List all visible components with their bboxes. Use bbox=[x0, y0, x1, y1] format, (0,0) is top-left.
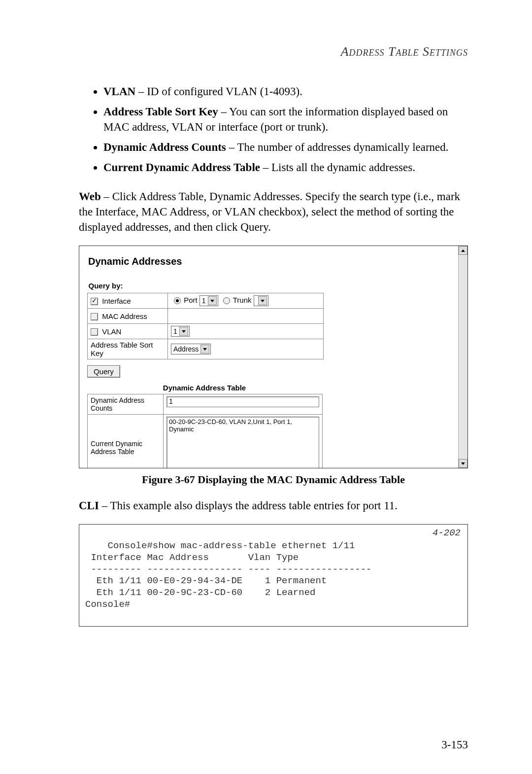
bullet-term: Current Dynamic Address Table bbox=[103, 161, 260, 174]
bullet-desc: – ID of configured VLAN (1-4093). bbox=[135, 85, 302, 98]
sortkey-select[interactable]: Address bbox=[171, 344, 211, 354]
vlan-value-cell: 1 bbox=[168, 324, 324, 339]
cli-text: Console#show mac-address-table ethernet … bbox=[85, 540, 372, 610]
scroll-up-icon[interactable] bbox=[459, 246, 467, 255]
mac-label: MAC Address bbox=[102, 312, 147, 320]
cli-rest: – This example also displays the address… bbox=[99, 499, 398, 512]
sortkey-value-cell: Address bbox=[168, 339, 324, 359]
figure-caption: Figure 3-67 Displaying the MAC Dynamic A… bbox=[79, 473, 468, 486]
port-radio[interactable] bbox=[174, 297, 181, 304]
current-label: Current Dynamic Address Table bbox=[88, 415, 164, 469]
sortkey-value: Address bbox=[173, 345, 199, 353]
bullet-desc: – Lists all the dynamic addresses. bbox=[260, 161, 415, 174]
query-by-label: Query by: bbox=[88, 278, 324, 293]
trunk-select[interactable] bbox=[254, 295, 268, 306]
chevron-down-icon bbox=[258, 296, 267, 305]
interface-options: Port 1 Trunk bbox=[168, 293, 324, 309]
vlan-select[interactable]: 1 bbox=[171, 326, 190, 337]
vlan-checkbox[interactable] bbox=[91, 328, 98, 336]
bullet-term: VLAN bbox=[103, 85, 135, 98]
query-form: Query by: Interface Port 1 Trunk bbox=[87, 278, 324, 359]
web-rest: – Click Address Table, Dynamic Addresses… bbox=[79, 190, 460, 233]
bullet-item: Dynamic Address Counts – The number of a… bbox=[103, 140, 468, 155]
cli-lead: CLI bbox=[79, 499, 99, 512]
mac-input-cell bbox=[168, 309, 324, 324]
bullet-list: VLAN – ID of configured VLAN (1-4093). A… bbox=[79, 84, 468, 175]
dynamic-table-title: Dynamic Address Table bbox=[86, 384, 323, 392]
bullet-term: Dynamic Address Counts bbox=[103, 141, 226, 153]
trunk-label: Trunk bbox=[233, 296, 252, 304]
bullet-item: Current Dynamic Address Table – Lists al… bbox=[103, 160, 468, 175]
query-button[interactable]: Query bbox=[87, 365, 120, 378]
vlan-label: VLAN bbox=[102, 327, 121, 336]
counts-value-cell: 1 bbox=[164, 394, 323, 415]
port-value: 1 bbox=[202, 297, 206, 305]
interface-cell: Interface bbox=[88, 293, 168, 309]
cli-paragraph: CLI – This example also displays the add… bbox=[79, 498, 468, 513]
chevron-down-icon bbox=[179, 327, 188, 336]
port-label: Port bbox=[184, 296, 198, 304]
vlan-cell: VLAN bbox=[88, 324, 168, 339]
bullet-desc: – The number of addresses dynamically le… bbox=[226, 141, 449, 153]
sortkey-label: Address Table Sort Key bbox=[88, 339, 168, 359]
scrollbar[interactable] bbox=[458, 246, 467, 468]
dynamic-table: Dynamic Address Counts 1 Current Dynamic… bbox=[87, 394, 323, 468]
cli-page-ref: 4-202 bbox=[432, 528, 461, 539]
web-paragraph: Web – Click Address Table, Dynamic Addre… bbox=[79, 189, 468, 235]
bullet-item: Address Table Sort Key – You can sort th… bbox=[103, 104, 468, 135]
port-select[interactable]: 1 bbox=[200, 295, 218, 306]
page-number: 3-153 bbox=[441, 739, 468, 751]
counts-input[interactable]: 1 bbox=[166, 396, 319, 407]
entries-cell: 00-20-9C-23-CD-60, VLAN 2,Unit 1, Port 1… bbox=[164, 415, 323, 469]
trunk-radio[interactable] bbox=[223, 297, 230, 304]
bullet-item: VLAN – ID of configured VLAN (1-4093). bbox=[103, 84, 468, 99]
mac-cell: MAC Address bbox=[88, 309, 168, 324]
web-lead: Web bbox=[79, 190, 101, 203]
page: Address Table Settings VLAN – ID of conf… bbox=[0, 0, 532, 774]
cli-output: 4-202Console#show mac-address-table ethe… bbox=[79, 524, 468, 627]
screenshot-panel: Dynamic Addresses Query by: Interface Po… bbox=[79, 246, 468, 468]
chevron-down-icon bbox=[208, 296, 217, 305]
entries-listbox[interactable]: 00-20-9C-23-CD-60, VLAN 2,Unit 1, Port 1… bbox=[166, 417, 319, 468]
interface-checkbox[interactable] bbox=[91, 298, 98, 305]
scroll-down-icon[interactable] bbox=[459, 459, 467, 468]
bullet-term: Address Table Sort Key bbox=[103, 106, 218, 118]
chevron-down-icon bbox=[200, 345, 209, 353]
mac-checkbox[interactable] bbox=[91, 313, 98, 320]
counts-label: Dynamic Address Counts bbox=[88, 394, 164, 415]
vlan-value: 1 bbox=[173, 327, 177, 335]
panel-title: Dynamic Addresses bbox=[88, 256, 401, 267]
entry-row[interactable]: 00-20-9C-23-CD-60, VLAN 2,Unit 1, Port 1… bbox=[169, 418, 317, 433]
interface-label: Interface bbox=[102, 297, 131, 305]
running-header: Address Table Settings bbox=[79, 44, 468, 59]
